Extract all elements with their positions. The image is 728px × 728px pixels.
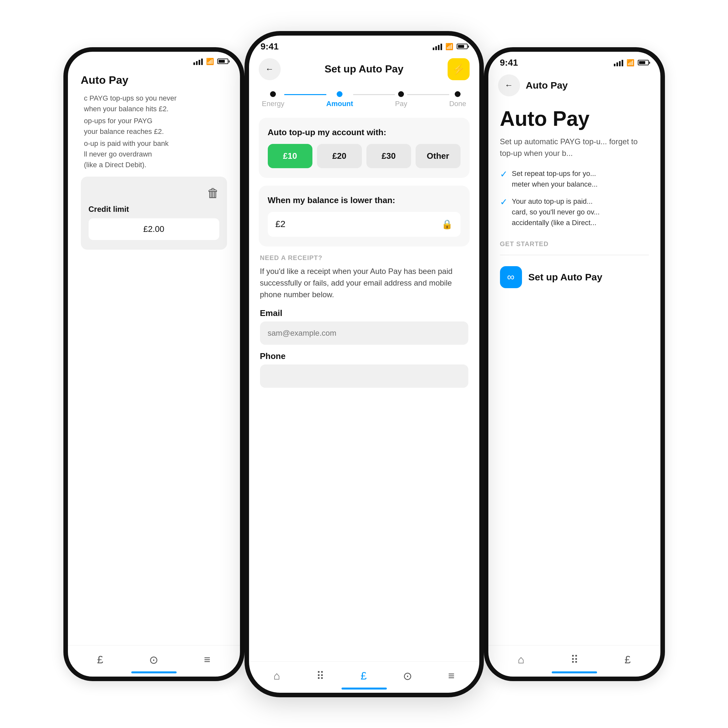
balance-card-title: When my balance is lower than: (268, 195, 460, 205)
receipt-section: NEED A RECEIPT? If you'd like a receipt … (259, 254, 470, 394)
left-title: Auto Pay (78, 74, 230, 86)
home-icon: ⌂ (273, 670, 280, 682)
left-desc3: o-up is paid with your bank ll never go … (81, 138, 227, 170)
phone-label: Phone (260, 351, 468, 361)
email-label: Email (260, 308, 468, 318)
right-nav-pound[interactable]: £ (619, 651, 636, 668)
setup-autopay-button[interactable]: ∞ Set up Auto Pay (500, 266, 649, 288)
checkmark-item-1: ✓ Set repeat top-ups for yo...meter when… (500, 168, 649, 190)
step-dot-pay (398, 91, 404, 97)
step-amount: Amount (326, 91, 353, 108)
nav-item-activity[interactable]: ⠿ (311, 667, 330, 685)
wifi-icon: 📶 (206, 58, 214, 65)
center-status-bar: 9:41 📶 (249, 35, 479, 54)
nav-item-home[interactable]: ⌂ (268, 667, 285, 685)
right-nav-activity[interactable]: ⠿ (565, 651, 584, 669)
right-activity-icon: ⠿ (570, 653, 578, 666)
amount-btn-30[interactable]: £30 (366, 144, 411, 168)
balance-input-row: £2 🔒 (268, 212, 460, 237)
help-icon-2: ⊙ (403, 670, 412, 682)
nav-item-pound2[interactable]: £ (355, 667, 372, 685)
lock-icon: 🔒 (442, 219, 453, 229)
step-pay: Pay (395, 91, 407, 108)
center-phone: 9:41 📶 ← Set up Auto Pay ⚡ (245, 31, 484, 697)
menu-icon: ≡ (204, 653, 211, 666)
get-started-label: GET STARTED (500, 240, 649, 248)
battery-icon (217, 58, 228, 64)
trash-icon[interactable]: 🗑 (207, 186, 219, 200)
amount-btn-20[interactable]: £20 (317, 144, 362, 168)
lightning-button[interactable]: ⚡ (448, 58, 470, 80)
right-content: Auto Pay Set up automatic PAYG top-u... … (488, 101, 661, 645)
receipt-desc: If you'd like a receipt when your Auto P… (260, 266, 468, 300)
checkmark-text-1: Set repeat top-ups for yo...meter when y… (512, 168, 598, 190)
step-label-amount: Amount (326, 99, 353, 108)
amount-btn-other[interactable]: Other (416, 144, 460, 168)
pound-icon-2: £ (361, 670, 367, 682)
credit-limit-label: Credit limit (89, 205, 129, 214)
right-home-icon: ⌂ (518, 653, 525, 666)
setup-btn-icon: ∞ (500, 266, 522, 288)
amount-buttons: £10 £20 £30 Other (268, 144, 460, 168)
nav-item-pound[interactable]: £ (92, 651, 109, 668)
right-phone: 9:41 📶 ← Auto Pay Au (484, 47, 665, 681)
right-signal-icon (614, 59, 623, 66)
left-desc1: c PAYG top-ups so you never when your ba… (81, 93, 227, 114)
autopay-big-title: Auto Pay (500, 107, 649, 130)
step-dot-done (455, 91, 460, 97)
infinity-icon: ∞ (507, 271, 515, 283)
menu-icon-2: ≡ (448, 670, 455, 682)
step-line-2 (353, 94, 395, 95)
balance-card: When my balance is lower than: £2 🔒 (259, 186, 470, 246)
nav-item-help2[interactable]: ⊙ (398, 667, 417, 685)
lightning-icon: ⚡ (452, 63, 465, 75)
back-button[interactable]: ← (259, 58, 281, 80)
get-started-divider (500, 255, 649, 255)
phone-input[interactable] (260, 364, 468, 388)
right-nav-title: Auto Pay (526, 80, 568, 91)
topup-card-title: Auto top-up my account with: (268, 127, 460, 138)
progress-stepper: Energy Amount Pay Done (249, 85, 479, 111)
email-input[interactable] (260, 321, 468, 345)
left-phone: 📶 Auto Pay c PAYG top-ups so you never w… (63, 47, 245, 681)
left-bottom-nav: £ ⊙ ≡ (68, 645, 240, 677)
pound-icon: £ (97, 653, 103, 666)
step-label-done: Done (449, 99, 466, 108)
amount-btn-10[interactable]: £10 (268, 144, 313, 168)
center-battery-icon (457, 44, 468, 49)
right-status-time: 9:41 (500, 58, 518, 68)
status-icons: 📶 (193, 58, 228, 65)
right-nav-home[interactable]: ⌂ (512, 651, 530, 668)
center-wifi-icon: 📶 (445, 43, 453, 50)
help-icon: ⊙ (149, 653, 158, 666)
status-time: 9:41 (261, 41, 279, 52)
right-pound-icon: £ (624, 653, 631, 666)
right-back-arrow-icon: ← (505, 80, 513, 90)
left-status-bar: 📶 (68, 52, 240, 67)
right-status-bar: 9:41 📶 (488, 52, 661, 70)
nav-item-help[interactable]: ⊙ (144, 651, 163, 669)
home-indicator (131, 671, 177, 673)
left-phone-content: Auto Pay c PAYG top-ups so you never whe… (68, 67, 240, 645)
center-home-indicator (341, 688, 387, 690)
center-nav-bar: ← Set up Auto Pay ⚡ (249, 54, 479, 85)
checkmark-item-2: ✓ Your auto top-up is paid...card, so yo… (500, 196, 649, 228)
back-arrow-icon: ← (266, 64, 274, 74)
receipt-label: NEED A RECEIPT? (260, 254, 468, 262)
step-energy: Energy (262, 91, 284, 108)
setup-btn-label: Set up Auto Pay (528, 272, 603, 283)
step-label-energy: Energy (262, 99, 284, 108)
checklist: ✓ Set repeat top-ups for yo...meter when… (500, 168, 649, 228)
center-signal-icon (433, 43, 442, 50)
nav-item-menu2[interactable]: ≡ (443, 667, 460, 685)
activity-icon: ⠿ (316, 670, 324, 682)
step-done: Done (449, 91, 466, 108)
left-descriptions: c PAYG top-ups so you never when your ba… (78, 93, 230, 170)
center-content: Auto top-up my account with: £10 £20 £30… (249, 111, 479, 661)
right-status-icons: 📶 (614, 59, 649, 67)
nav-item-menu[interactable]: ≡ (199, 651, 216, 668)
balance-value: £2 (275, 219, 286, 229)
topup-card: Auto top-up my account with: £10 £20 £30… (259, 118, 470, 178)
checkmark-icon-2: ✓ (500, 197, 508, 207)
right-back-button[interactable]: ← (498, 74, 520, 96)
